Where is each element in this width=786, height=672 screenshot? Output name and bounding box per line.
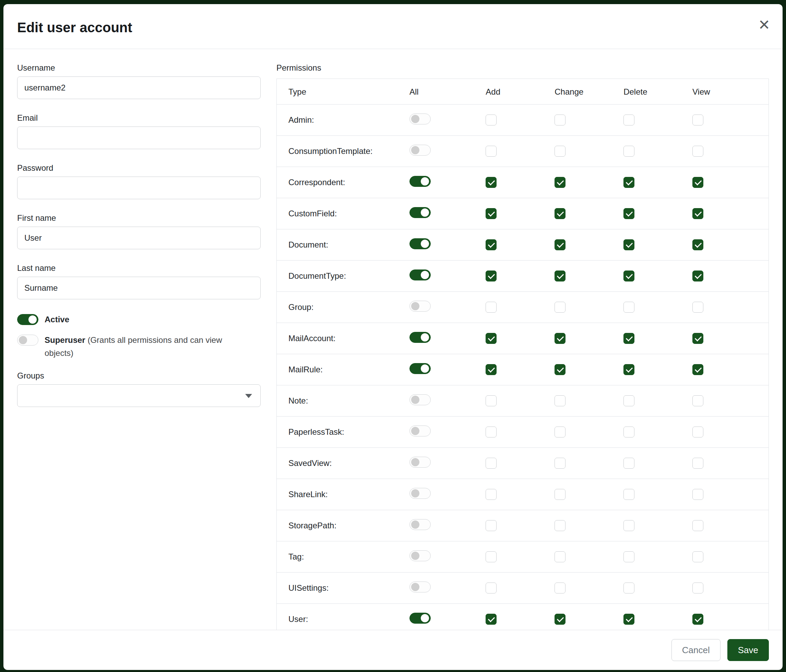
permission-view-checkbox[interactable] — [692, 489, 703, 500]
permission-view-checkbox[interactable] — [692, 302, 703, 313]
permission-change-checkbox[interactable] — [555, 551, 566, 562]
permission-add-checkbox[interactable] — [486, 333, 497, 344]
permission-all-toggle[interactable] — [409, 207, 431, 218]
permission-add-checkbox[interactable] — [486, 583, 497, 593]
last-name-input[interactable] — [17, 277, 261, 299]
permission-view-checkbox[interactable] — [692, 364, 703, 375]
permission-delete-checkbox[interactable] — [623, 427, 634, 438]
permission-delete-checkbox[interactable] — [623, 146, 634, 157]
permission-change-checkbox[interactable] — [555, 302, 566, 313]
password-input[interactable] — [17, 177, 261, 199]
email-input[interactable] — [17, 127, 261, 149]
permission-add-checkbox[interactable] — [486, 302, 497, 313]
permissions-table: Type All Add Change Delete View Admin:Co… — [277, 79, 769, 630]
permission-all-toggle[interactable] — [409, 238, 431, 249]
permission-all-toggle[interactable] — [409, 613, 431, 624]
permission-delete-checkbox[interactable] — [623, 489, 634, 500]
permission-view-checkbox[interactable] — [692, 115, 703, 126]
permission-all-toggle[interactable] — [409, 301, 431, 312]
permission-delete-checkbox[interactable] — [623, 458, 634, 469]
permission-all-toggle[interactable] — [409, 425, 431, 436]
permission-delete-checkbox[interactable] — [623, 364, 634, 375]
permission-view-checkbox[interactable] — [692, 146, 703, 157]
permission-change-checkbox[interactable] — [555, 270, 566, 281]
permission-view-checkbox[interactable] — [692, 333, 703, 344]
permission-delete-checkbox[interactable] — [623, 551, 634, 562]
permission-add-checkbox[interactable] — [486, 551, 497, 562]
cancel-button[interactable]: Cancel — [671, 639, 720, 661]
permission-all-toggle[interactable] — [409, 145, 431, 155]
permission-delete-checkbox[interactable] — [623, 614, 634, 625]
permission-all-toggle[interactable] — [409, 519, 431, 530]
permission-add-checkbox[interactable] — [486, 270, 497, 281]
permission-add-checkbox[interactable] — [486, 614, 497, 625]
permission-all-toggle[interactable] — [409, 488, 431, 499]
first-name-input[interactable] — [17, 227, 261, 249]
permission-delete-checkbox[interactable] — [623, 270, 634, 281]
permission-change-checkbox[interactable] — [555, 520, 566, 531]
permission-add-checkbox[interactable] — [486, 489, 497, 500]
permission-delete-checkbox[interactable] — [623, 583, 634, 593]
permission-delete-checkbox[interactable] — [623, 177, 634, 188]
permission-change-checkbox[interactable] — [555, 489, 566, 500]
permission-change-checkbox[interactable] — [555, 115, 566, 126]
permission-view-checkbox[interactable] — [692, 614, 703, 625]
permission-view-checkbox[interactable] — [692, 427, 703, 438]
permission-change-checkbox[interactable] — [555, 146, 566, 157]
permission-change-checkbox[interactable] — [555, 333, 566, 344]
permission-change-checkbox[interactable] — [555, 239, 566, 250]
permission-delete-checkbox[interactable] — [623, 395, 634, 406]
permission-row: Admin: — [277, 105, 769, 136]
permission-add-checkbox[interactable] — [486, 177, 497, 188]
permission-view-checkbox[interactable] — [692, 395, 703, 406]
permission-change-checkbox[interactable] — [555, 583, 566, 593]
permission-all-toggle[interactable] — [409, 550, 431, 561]
save-button[interactable]: Save — [727, 639, 769, 661]
permission-add-checkbox[interactable] — [486, 427, 497, 438]
permission-delete-checkbox[interactable] — [623, 520, 634, 531]
permission-add-checkbox[interactable] — [486, 520, 497, 531]
permission-all-toggle[interactable] — [409, 457, 431, 468]
username-input[interactable] — [17, 77, 261, 99]
permission-delete-checkbox[interactable] — [623, 208, 634, 219]
permission-all-toggle[interactable] — [409, 332, 431, 343]
active-toggle[interactable] — [17, 314, 38, 325]
permission-view-checkbox[interactable] — [692, 239, 703, 250]
permission-add-checkbox[interactable] — [486, 364, 497, 375]
permission-view-checkbox[interactable] — [692, 583, 703, 593]
permission-add-checkbox[interactable] — [486, 458, 497, 469]
permission-change-checkbox[interactable] — [555, 395, 566, 406]
permission-all-toggle[interactable] — [409, 176, 431, 187]
permission-add-checkbox[interactable] — [486, 115, 497, 126]
permission-add-checkbox[interactable] — [486, 208, 497, 219]
permission-view-checkbox[interactable] — [692, 270, 703, 281]
permission-delete-checkbox[interactable] — [623, 115, 634, 126]
superuser-toggle[interactable] — [17, 334, 38, 345]
permission-add-checkbox[interactable] — [486, 239, 497, 250]
permission-add-checkbox[interactable] — [486, 395, 497, 406]
permission-change-checkbox[interactable] — [555, 614, 566, 625]
permission-view-checkbox[interactable] — [692, 458, 703, 469]
permission-change-checkbox[interactable] — [555, 177, 566, 188]
permission-add-checkbox[interactable] — [486, 146, 497, 157]
permission-view-checkbox[interactable] — [692, 208, 703, 219]
permission-all-toggle[interactable] — [409, 394, 431, 405]
permission-all-toggle[interactable] — [409, 363, 431, 374]
permission-view-checkbox[interactable] — [692, 551, 703, 562]
permission-change-checkbox[interactable] — [555, 208, 566, 219]
permission-all-toggle[interactable] — [409, 270, 431, 281]
permission-change-checkbox[interactable] — [555, 458, 566, 469]
permission-all-toggle[interactable] — [409, 113, 431, 124]
permission-change-checkbox[interactable] — [555, 427, 566, 438]
permission-delete-checkbox[interactable] — [623, 302, 634, 313]
superuser-label: Superuser — [45, 335, 85, 345]
superuser-row: Superuser (Grants all permissions and ca… — [17, 334, 261, 360]
permission-view-checkbox[interactable] — [692, 177, 703, 188]
close-icon[interactable]: ✕ — [758, 18, 770, 32]
permission-view-checkbox[interactable] — [692, 520, 703, 531]
permission-all-toggle[interactable] — [409, 581, 431, 592]
permission-change-checkbox[interactable] — [555, 364, 566, 375]
permission-delete-checkbox[interactable] — [623, 333, 634, 344]
permission-delete-checkbox[interactable] — [623, 239, 634, 250]
groups-select[interactable] — [17, 384, 261, 407]
